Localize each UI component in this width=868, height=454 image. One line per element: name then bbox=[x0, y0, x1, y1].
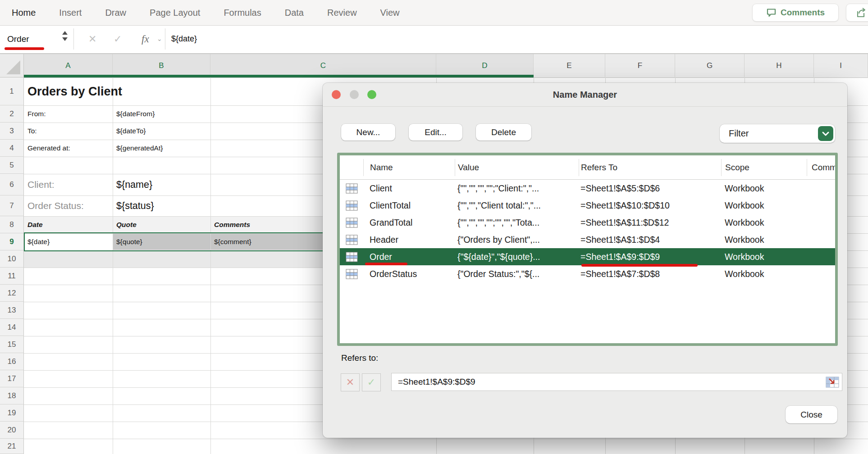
row-header-17[interactable]: 17 bbox=[0, 370, 24, 387]
close-window-button[interactable] bbox=[332, 90, 341, 99]
row-header-16[interactable]: 16 bbox=[0, 353, 24, 370]
insert-function-icon[interactable]: fx bbox=[142, 26, 149, 52]
cell-name: OrderStatus bbox=[363, 269, 455, 279]
row-header-21[interactable]: 21 bbox=[0, 439, 24, 454]
zoom-window-button[interactable] bbox=[367, 90, 376, 99]
cell-A2[interactable]: From: bbox=[24, 105, 113, 123]
column-header-refers-to[interactable]: Refers To bbox=[579, 159, 721, 176]
row-header-9[interactable]: 9 bbox=[0, 233, 24, 250]
tab-review[interactable]: Review bbox=[327, 8, 357, 18]
cell-B4[interactable]: ${generatedAt} bbox=[113, 140, 210, 157]
cell-A4[interactable]: Generated at: bbox=[24, 140, 113, 157]
cell-A3[interactable]: To: bbox=[24, 123, 113, 140]
name-row-client[interactable]: Client{"","","","";"Client:","...=Sheet1… bbox=[340, 180, 835, 197]
named-range-icon bbox=[340, 251, 363, 262]
comments-label: Comments bbox=[781, 8, 825, 18]
row-header-8[interactable]: 8 bbox=[0, 216, 24, 233]
corner-triangle-icon bbox=[0, 54, 24, 77]
collapse-dialog-range-icon[interactable] bbox=[826, 377, 839, 388]
column-header-g[interactable]: G bbox=[675, 54, 745, 77]
row-header-6[interactable]: 6 bbox=[0, 174, 24, 195]
tab-home[interactable]: Home bbox=[12, 8, 36, 18]
row-header-15[interactable]: 15 bbox=[0, 336, 24, 353]
name-row-order[interactable]: Order{"${date}","${quote}...=Sheet1!$A$9… bbox=[340, 248, 835, 265]
comment-bubble-icon bbox=[766, 8, 777, 18]
tab-formulas[interactable]: Formulas bbox=[224, 8, 261, 18]
column-header-d[interactable]: D bbox=[436, 54, 534, 77]
cell-A7[interactable]: Order Status: bbox=[24, 195, 113, 216]
row-header-3[interactable]: 3 bbox=[0, 123, 24, 140]
delete-button[interactable]: Delete bbox=[476, 124, 531, 141]
cell-B7[interactable]: ${status} bbox=[113, 195, 210, 216]
tab-data[interactable]: Data bbox=[285, 8, 304, 18]
column-header-e[interactable]: E bbox=[534, 54, 605, 77]
chevron-down-icon[interactable]: ⌄ bbox=[157, 26, 162, 52]
row-header-5[interactable]: 5 bbox=[0, 157, 24, 174]
column-header-c[interactable]: C bbox=[210, 54, 436, 77]
column-header-i[interactable]: I bbox=[814, 54, 868, 77]
row-header-14[interactable]: 14 bbox=[0, 319, 24, 336]
select-all-corner[interactable] bbox=[0, 54, 24, 77]
row-header-4[interactable]: 4 bbox=[0, 140, 24, 157]
filter-chevron-button[interactable] bbox=[818, 126, 833, 141]
column-header-h[interactable]: H bbox=[745, 54, 814, 77]
tab-insert[interactable]: Insert bbox=[59, 8, 82, 18]
share-button[interactable] bbox=[846, 4, 868, 22]
annotation-underline-order-name bbox=[365, 263, 407, 265]
comments-button[interactable]: Comments bbox=[752, 4, 839, 22]
cell-B2[interactable]: ${dateFrom} bbox=[113, 105, 210, 123]
row-header-19[interactable]: 19 bbox=[0, 404, 24, 422]
name-row-clienttotal[interactable]: ClientTotal{"","","Client total:","...=S… bbox=[340, 197, 835, 214]
name-row-grandtotal[interactable]: GrandTotal{"","","","";"","","Tota...=Sh… bbox=[340, 214, 835, 231]
cell-B3[interactable]: ${dateTo} bbox=[113, 123, 210, 140]
row-header-10[interactable]: 10 bbox=[0, 250, 24, 268]
refers-cancel-button[interactable]: ✕ bbox=[341, 373, 360, 391]
cell-A6[interactable]: Client: bbox=[24, 174, 113, 195]
column-header-b[interactable]: B bbox=[113, 54, 210, 77]
row-header-18[interactable]: 18 bbox=[0, 387, 24, 404]
cell-value: {"Orders by Client",... bbox=[455, 235, 579, 245]
name-box-stepper[interactable] bbox=[62, 31, 68, 41]
row-header-13[interactable]: 13 bbox=[0, 302, 24, 319]
column-header-f[interactable]: F bbox=[605, 54, 675, 77]
row-header-7[interactable]: 7 bbox=[0, 195, 24, 216]
minimize-window-button[interactable] bbox=[350, 90, 359, 99]
cell-value: {"Order Status:","${... bbox=[455, 269, 579, 279]
edit-button[interactable]: Edit... bbox=[409, 124, 462, 141]
column-header-value[interactable]: Value bbox=[455, 159, 579, 176]
confirm-entry-icon[interactable]: ✓ bbox=[114, 26, 122, 52]
column-header-scope[interactable]: Scope bbox=[721, 159, 807, 176]
cell-name: Client bbox=[363, 183, 455, 194]
annotation-underline-order-refers bbox=[581, 264, 698, 267]
filter-dropdown[interactable]: Filter bbox=[720, 124, 835, 143]
row-header-12[interactable]: 12 bbox=[0, 285, 24, 302]
named-range-icon bbox=[340, 200, 363, 211]
cell-B6[interactable]: ${name} bbox=[113, 174, 210, 195]
cell-A1[interactable]: Orders by Client bbox=[24, 77, 113, 105]
cell-B8[interactable]: Quote bbox=[113, 216, 210, 233]
formula-input[interactable]: ${date} bbox=[171, 26, 197, 52]
name-row-orderstatus[interactable]: OrderStatus{"Order Status:","${...=Sheet… bbox=[340, 265, 835, 282]
cell-refers-to: =Sheet1!$A$9:$D$9 bbox=[579, 252, 721, 262]
cell-refers-to: =Sheet1!$A$5:$D$6 bbox=[579, 183, 721, 194]
tab-page-layout[interactable]: Page Layout bbox=[150, 8, 200, 18]
tab-view[interactable]: View bbox=[380, 8, 400, 18]
close-button[interactable]: Close bbox=[786, 406, 837, 423]
share-icon bbox=[855, 7, 868, 18]
row-header-20[interactable]: 20 bbox=[0, 422, 24, 439]
row-header-11[interactable]: 11 bbox=[0, 268, 24, 285]
refers-to-field[interactable]: =Sheet1!$A$9:$D$9 bbox=[391, 373, 842, 391]
row-header-2[interactable]: 2 bbox=[0, 105, 24, 123]
column-header-comment[interactable]: Comment bbox=[807, 159, 835, 176]
column-header-a[interactable]: A bbox=[24, 54, 113, 77]
cancel-entry-icon[interactable]: ✕ bbox=[88, 26, 96, 52]
column-header-name[interactable]: Name bbox=[363, 159, 455, 176]
new-button[interactable]: New... bbox=[341, 124, 395, 141]
cell-A8[interactable]: Date bbox=[24, 216, 113, 233]
cell-name: Order bbox=[363, 252, 455, 262]
tab-draw[interactable]: Draw bbox=[105, 8, 126, 18]
row-header-1[interactable]: 1 bbox=[0, 77, 24, 105]
name-row-header[interactable]: Header{"Orders by Client",...=Sheet1!$A$… bbox=[340, 231, 835, 248]
ribbon-tabs: HomeInsertDrawPage LayoutFormulasDataRev… bbox=[12, 0, 400, 25]
refers-confirm-button[interactable]: ✓ bbox=[362, 373, 381, 391]
